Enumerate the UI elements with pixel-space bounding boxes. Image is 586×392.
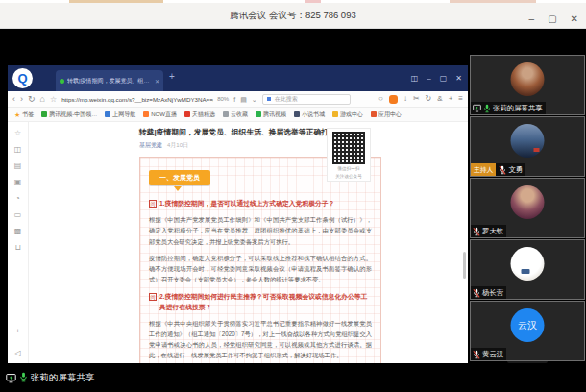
reader-icon[interactable]: ▤ [240,96,247,103]
bookmark-label: 应用中心 [378,110,402,119]
home-icon[interactable]: ⌂ [40,95,45,104]
participant-tile[interactable]: 罗大钦 [470,178,585,238]
bookmark-item[interactable]: 云收藏 [223,110,248,119]
new-tab-button[interactable]: + [169,71,175,82]
search-icon[interactable]: ○ [378,95,383,103]
video-icon[interactable]: ▣ [14,179,22,186]
bookmark-label: 上网导航 [112,110,135,119]
bookmark-item[interactable]: 上网导航 [105,110,135,119]
participant-tile[interactable]: 张莉的屏幕共享 [470,55,585,115]
search-placeholder: 在此搜索 [275,95,298,104]
qr-caption: 微信扫一扫 [330,166,367,172]
paragraph-3: 根据《中共中央组织部关于贯彻落实习近平总书记重要指示精神做好一线发展党员工作的通… [149,318,372,361]
bookmark-favicon [143,111,149,117]
meeting-titlebar: 腾讯会议 会议号：825 786 093 – ▢ ✕ [0,3,586,29]
mic-muted-icon [499,165,506,175]
meeting-title: 腾讯会议 会议号：825 786 093 [230,10,355,22]
bookmark-label: 腾讯视频-中国领… [49,110,97,119]
participant-tile[interactable]: 云汉 黄云汉 [470,301,585,361]
bookmark-item[interactable]: 天猫精选 [184,110,215,119]
tab-title: 转载|疫情期间，发展党员、组织生… [67,77,152,86]
share-status-bar: 张莉的屏幕共享 [6,370,95,385]
screen-share-icon [6,373,16,383]
window-controls: – ▢ ✕ [529,6,578,32]
maximize-button[interactable]: ▢ [548,14,556,24]
refresh-icon[interactable]: ↻ [28,95,36,104]
bookmark-item[interactable]: 腾讯视频-中国领… [41,110,97,119]
bookmark-favicon [332,111,338,117]
minimize-button[interactable]: – [529,14,535,24]
browser-tab[interactable]: 转载|疫情期间，发展党员、组织生… ✕ [56,70,163,91]
bookmark-favicon [294,111,300,117]
question-icon: 问 [149,200,157,208]
collapse-icon[interactable]: ◁ [14,350,20,357]
reading-icon[interactable]: ◫ [14,146,22,154]
participant-label-bar: 黄云汉 [471,348,506,360]
bookmark-star-icon[interactable]: ☆ [14,130,21,137]
search-engine-icon[interactable] [266,96,272,102]
download-icon[interactable]: ↓ [403,95,407,103]
forward-icon[interactable]: › [20,95,23,104]
bookmark-favicon: ★ [14,111,20,118]
participant-label-bar: 罗大钦 [471,225,506,237]
participant-name: 张莉的屏幕共享 [493,104,543,113]
card-icon[interactable]: ▭ [14,211,22,219]
mic-muted-icon [473,350,480,359]
layout-icon[interactable]: ◫ [411,75,419,83]
participant-name: 黄云汉 [482,350,503,359]
browser-window-controls: ◫–▢✕ [411,65,462,91]
browser-content: ☆◫▤▣◔▭▩⊔+◁ 转载|疫情期间，发展党员、组织生活、换届选举等正确打开方式… [8,122,468,363]
section-badge-pointer [174,186,182,191]
bookmark-favicon [371,111,377,117]
browser-side-strip: ☆◫▤▣◔▭▩⊔+◁ [8,122,29,363]
browser-minimize-icon[interactable]: – [427,75,430,83]
browser-close-icon[interactable]: ✕ [455,75,462,83]
participant-tile[interactable]: 主持人 文勇 [470,116,585,177]
bookmark-label: 书签 [22,110,34,119]
participant-name: 文勇 [508,165,523,175]
browser-toolbar: ‹ › ↻ ⌂ ☆ https://mp.weixin.qq.com/s?__b… [8,91,468,108]
bookmark-item[interactable]: 游戏中心 [332,110,363,119]
contact-icon[interactable]: & [437,95,442,103]
page-zoom-level[interactable]: 80% [217,96,229,102]
chat-icon[interactable]: ◔ [15,195,20,203]
bookmark-item[interactable]: NOW直播 [143,110,177,119]
question-2: 问 2.疫情防控期间如何进行民主推荐？可否采取视频会议或信息化办公等工具进行在线… [149,292,372,311]
participant-tile[interactable]: 杨长营 [470,239,585,300]
article-author[interactable]: 基层党建 [139,141,162,150]
image-grid-icon[interactable]: ▤ [14,162,22,170]
bookmark-item[interactable]: 应用中心 [371,110,402,119]
participant-avatar [511,62,545,96]
share-icon[interactable]: f [233,96,235,103]
menu-icon[interactable]: ≡ [458,95,463,103]
history-icon[interactable]: ↻ [426,95,432,103]
browser-logo[interactable]: Q [12,68,33,88]
add-panel-icon[interactable]: + [15,328,20,335]
tab-close-icon[interactable]: ✕ [155,78,159,85]
bookmark-item[interactable]: ★书签 [14,110,34,119]
favorite-icon[interactable]: ☆ [50,95,57,104]
article-date: 4月10日 [167,141,188,150]
mic-muted-icon [473,288,480,298]
back-icon[interactable]: ‹ [12,95,15,104]
address-bar[interactable]: https://mp.weixin.qq.com/s?__biz=MzAxNjY… [61,96,229,103]
chevron-down-icon[interactable]: ⌄ [252,96,257,103]
mic-on-icon [483,104,491,113]
paragraph-2: 疫情防控期间，确定入党积极分子，可以采取线上推荐和线下确认相结合的方式。确不方便… [149,253,372,285]
bookmark-label: 小说书城 [302,110,325,119]
bookmark-item[interactable]: 腾讯视频 [256,110,286,119]
add-icon[interactable]: + [449,95,453,103]
screenshot-icon[interactable]: ✂ [413,95,420,103]
bookmark-favicon [223,111,229,117]
browser-maximize-icon[interactable]: ▢ [440,75,448,83]
search-input[interactable]: 在此搜索 [262,94,351,105]
participant-avatar [511,124,545,158]
close-button[interactable]: ✕ [571,14,578,24]
shared-screen-stage: Q 转载|疫情期间，发展党员、组织生… ✕ + ◫–▢✕ ‹ › ↻ ⌂ ☆ h… [0,29,586,392]
page-scrollbar-thumb[interactable] [463,252,466,279]
cart-icon[interactable]: ⊔ [14,244,20,252]
tab-favicon [60,79,64,84]
apps-icon[interactable]: ▩ [14,228,22,235]
qq-icon[interactable] [389,95,398,104]
bookmark-item[interactable]: 小说书城 [294,110,325,119]
